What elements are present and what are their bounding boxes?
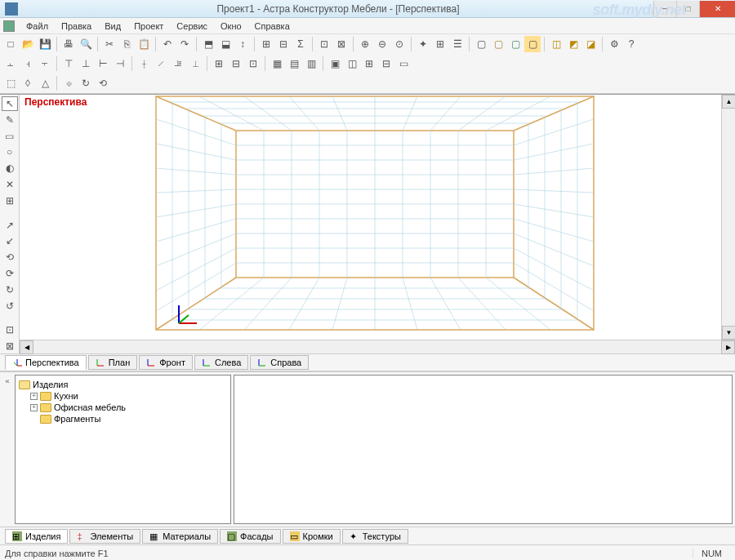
layout-icon[interactable]: ⊞: [361, 56, 377, 72]
tool-icon[interactable]: ⊡: [316, 36, 332, 52]
sigma-icon[interactable]: Σ: [292, 36, 309, 52]
collapse-icon[interactable]: «: [2, 376, 13, 387]
tool-icon[interactable]: ⬓: [217, 36, 234, 52]
menu-file[interactable]: Файл: [20, 20, 55, 33]
tool-icon[interactable]: ○: [2, 144, 18, 159]
tree-panel[interactable]: Изделия + Кухни + Офисная мебель Фрагмен…: [15, 375, 231, 524]
layout-icon[interactable]: ▤: [286, 56, 302, 72]
minimize-button[interactable]: ─: [653, 1, 676, 17]
maximize-button[interactable]: □: [676, 1, 699, 17]
menu-window[interactable]: Окно: [214, 20, 248, 33]
close-button[interactable]: ✕: [699, 1, 735, 17]
tool-icon[interactable]: ↗: [2, 218, 18, 233]
mdi-icon[interactable]: [3, 20, 15, 32]
tab-facades[interactable]: ▢ Фасады: [220, 529, 280, 544]
tool-icon[interactable]: ⊡: [2, 322, 18, 337]
new-icon[interactable]: □: [2, 36, 19, 52]
open-icon[interactable]: 📂: [20, 36, 36, 52]
align-icon[interactable]: ⟂: [187, 56, 203, 72]
layout-icon[interactable]: ▥: [303, 56, 319, 72]
tool-icon[interactable]: ⟲: [2, 250, 18, 264]
scrollbar-vertical[interactable]: ▲ ▼: [721, 95, 735, 340]
tool-icon[interactable]: ⟐: [60, 75, 77, 91]
tool-icon[interactable]: ▭: [2, 129, 18, 144]
box-icon[interactable]: ▢: [490, 36, 506, 52]
box-icon[interactable]: ▢: [524, 36, 541, 52]
tool-icon[interactable]: ⊠: [2, 339, 18, 353]
tool-icon[interactable]: ⊠: [333, 36, 350, 52]
help-icon[interactable]: ?: [623, 36, 639, 52]
tool-icon[interactable]: ⊞: [258, 36, 274, 52]
scroll-left-icon[interactable]: ◀: [20, 340, 33, 354]
tool-icon[interactable]: ✕: [2, 177, 18, 192]
menu-project[interactable]: Проект: [127, 20, 170, 33]
prism-icon[interactable]: ◊: [20, 75, 36, 91]
canvas-3d[interactable]: [20, 95, 735, 340]
tool-icon[interactable]: ⊟: [275, 36, 292, 52]
tool-icon[interactable]: ☰: [449, 36, 466, 52]
tool-icon[interactable]: ⬒: [200, 36, 216, 52]
zoom-in-icon[interactable]: ⊕: [357, 36, 373, 52]
tab-right[interactable]: Справа: [250, 355, 309, 370]
tool-icon[interactable]: ⟲: [95, 75, 111, 91]
tree-item[interactable]: + Кухни: [30, 390, 227, 402]
print-icon[interactable]: 🖶: [60, 36, 77, 52]
tree-root[interactable]: Изделия: [19, 379, 227, 390]
expand-icon[interactable]: +: [30, 404, 38, 411]
menu-edit[interactable]: Правка: [55, 20, 98, 33]
copy-icon[interactable]: ⎘: [118, 36, 135, 52]
tool-icon[interactable]: ⟳: [2, 266, 18, 281]
align-icon[interactable]: ⫡: [170, 56, 186, 72]
tool-icon[interactable]: ⚙: [606, 36, 622, 52]
layout-icon[interactable]: ⊡: [245, 56, 261, 72]
align-icon[interactable]: ⟋: [153, 56, 169, 72]
tab-left[interactable]: Слева: [194, 355, 248, 370]
preview-icon[interactable]: 🔍: [78, 36, 94, 52]
cut-icon[interactable]: ✂: [101, 36, 118, 52]
layout-icon[interactable]: ▦: [269, 56, 285, 72]
align-icon[interactable]: ⫞: [20, 56, 36, 72]
redo-icon[interactable]: ↷: [176, 36, 193, 52]
tool-icon[interactable]: ◪: [582, 36, 599, 52]
align-icon[interactable]: ⫟: [37, 56, 53, 72]
scrollbar-horizontal[interactable]: ◀ ▶: [20, 340, 735, 353]
tab-edges[interactable]: ▭ Кромки: [283, 529, 341, 544]
tool-icon[interactable]: ↺: [2, 299, 18, 313]
layout-icon[interactable]: ⊟: [228, 56, 244, 72]
tab-textures[interactable]: ✦ Текстуры: [342, 529, 408, 544]
preview-panel[interactable]: [234, 375, 733, 524]
save-icon[interactable]: 💾: [37, 36, 53, 52]
tool-icon[interactable]: ◩: [565, 36, 581, 52]
tree-item[interactable]: + Офисная мебель: [30, 402, 227, 413]
box-icon[interactable]: ▢: [473, 36, 489, 52]
tool-icon[interactable]: ↕: [234, 36, 251, 52]
zoom-fit-icon[interactable]: ⊙: [391, 36, 408, 52]
tab-plan[interactable]: План: [88, 355, 138, 370]
layout-icon[interactable]: ▣: [327, 56, 343, 72]
scroll-up-icon[interactable]: ▲: [722, 95, 735, 109]
undo-icon[interactable]: ↶: [159, 36, 176, 52]
tool-icon[interactable]: ↙: [2, 233, 18, 248]
paste-icon[interactable]: 📋: [136, 36, 152, 52]
align-icon[interactable]: ⟊: [136, 56, 152, 72]
tool-icon[interactable]: ⊞: [432, 36, 448, 52]
align-icon[interactable]: ⊤: [60, 56, 77, 72]
layout-icon[interactable]: ⊞: [211, 56, 227, 72]
cube-icon[interactable]: ⬚: [2, 75, 19, 91]
tab-front[interactable]: Фронт: [139, 355, 193, 370]
zoom-out-icon[interactable]: ⊖: [374, 36, 390, 52]
align-icon[interactable]: ⊣: [112, 56, 128, 72]
tab-products[interactable]: ⊞ Изделия: [5, 529, 68, 544]
tab-perspective[interactable]: Перспектива: [5, 355, 87, 370]
scroll-right-icon[interactable]: ▶: [721, 340, 735, 354]
menu-view[interactable]: Вид: [98, 20, 127, 33]
tool-icon[interactable]: ⊞: [2, 193, 18, 208]
tool-icon[interactable]: ↻: [78, 75, 94, 91]
tool-icon[interactable]: ◐: [2, 161, 18, 176]
tool-icon[interactable]: ✎: [2, 113, 18, 127]
layout-icon[interactable]: ◫: [344, 56, 360, 72]
menu-help[interactable]: Справка: [248, 20, 296, 33]
tab-elements[interactable]: ‡ Элементы: [69, 529, 140, 544]
align-icon[interactable]: ⊢: [95, 56, 111, 72]
viewport[interactable]: Перспектива: [20, 95, 735, 353]
